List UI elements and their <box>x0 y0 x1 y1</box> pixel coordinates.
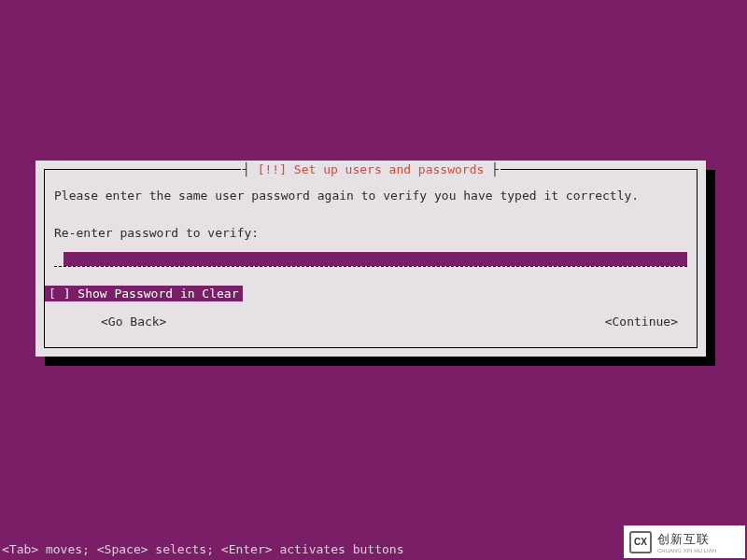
dialog-title: ┤ [!!] Set up users and passwords ├ <box>241 162 500 176</box>
dialog-frame: ┤ [!!] Set up users and passwords ├ Plea… <box>44 169 698 348</box>
input-fill <box>63 252 687 266</box>
continue-button[interactable]: <Continue> <box>605 315 678 329</box>
go-back-button[interactable]: <Go Back> <box>101 315 166 329</box>
nav-row: <Go Back> <Continue> <box>54 315 687 329</box>
dialog-body-text: Please enter the same user password agai… <box>54 187 687 205</box>
password-prompt-label: Re-enter password to verify: <box>54 226 259 240</box>
watermark-sub: CHUANG XIN HU LIAN <box>657 548 716 553</box>
title-bracket-close: ├ <box>484 162 499 176</box>
watermark-logo-icon: CX <box>629 531 652 553</box>
title-bracket-open: ┤ <box>243 162 258 176</box>
title-marker: [!!] <box>258 162 287 176</box>
title-text: Set up users and passwords <box>287 162 484 176</box>
watermark-text-block: 创新互联 CHUANG XIN HU LIAN <box>657 531 716 553</box>
checkbox-label: Show Password in Clear <box>78 287 238 301</box>
watermark-brand: 创新互联 <box>657 531 716 548</box>
password-input[interactable] <box>54 252 687 269</box>
installer-dialog: ┤ [!!] Set up users and passwords ├ Plea… <box>35 161 706 357</box>
checkbox-state: [ ] <box>49 287 70 301</box>
show-password-checkbox[interactable]: [ ] Show Password in Clear <box>45 286 243 301</box>
footer-help-text: <Tab> moves; <Space> selects; <Enter> ac… <box>2 542 403 556</box>
input-underline <box>54 266 687 267</box>
watermark: CX 创新互联 CHUANG XIN HU LIAN <box>624 525 745 558</box>
